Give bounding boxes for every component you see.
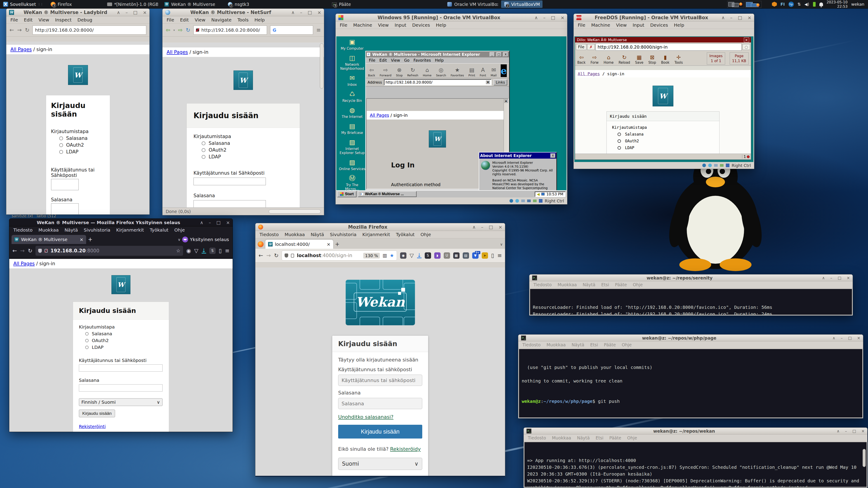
shield-check-icon[interactable]: ▽ xyxy=(194,248,198,254)
firefox-titlebar[interactable]: WeKan ® Multiverse — Mozilla Firefox Yks… xyxy=(9,219,232,226)
maximize-button[interactable]: □ xyxy=(308,10,312,15)
close-button[interactable]: × xyxy=(744,37,749,42)
terminal-output[interactable]: ResourceLoader: Finished load of: "http:… xyxy=(530,289,852,315)
menu-item[interactable]: Pääte xyxy=(607,434,624,441)
maximize-button[interactable]: □ xyxy=(738,15,742,20)
close-button[interactable]: X xyxy=(503,52,508,57)
dillo-toolbar-button[interactable]: ⊠ Stop xyxy=(648,54,656,65)
radio-icon[interactable] xyxy=(618,133,621,136)
menu-item[interactable]: View xyxy=(389,58,402,63)
ie-toolbar-button[interactable]: ✉ Mail xyxy=(491,67,497,77)
shield-check-icon[interactable]: ▽ xyxy=(410,252,414,259)
ladybug-icon[interactable] xyxy=(747,156,749,158)
menu-icon[interactable]: ≡ xyxy=(225,248,229,254)
maximize-button[interactable]: □ xyxy=(838,275,841,280)
shield-icon[interactable] xyxy=(285,254,288,258)
back-icon[interactable]: ← xyxy=(9,27,14,33)
menu-item[interactable]: Edit xyxy=(178,16,191,24)
search-icon[interactable]: ◌ xyxy=(743,44,750,50)
dillo-toolbar-button[interactable]: ⇨ Forw xyxy=(590,54,598,65)
menu-item[interactable]: Sivuhistoria xyxy=(82,226,113,234)
language-select[interactable]: Finnish / Suomi∨ xyxy=(79,398,162,406)
register-link[interactable]: Rekisteröinti xyxy=(79,424,163,429)
taskbar-item-vboxvm[interactable]: VirtualBoxVM2 xyxy=(501,0,542,8)
dillo-toolbar-button[interactable]: ⌂ Home xyxy=(603,54,614,65)
shield-icon[interactable] xyxy=(38,249,42,253)
win95-desktop-icon[interactable]: ▨ Online Services xyxy=(339,158,366,171)
volume-icon[interactable]: ◀) xyxy=(804,2,809,6)
dillo-toolbar-button[interactable]: ✛ Tools xyxy=(675,54,683,65)
dillo-toolbar-button[interactable]: ↻ Reload xyxy=(618,54,630,65)
terminal-scrollbar[interactable] xyxy=(863,449,866,467)
active-tab[interactable]: W localhost:4000/ × xyxy=(266,240,333,249)
maximize-button[interactable]: □ xyxy=(496,52,501,57)
menu-item[interactable]: Työkalut xyxy=(147,226,170,234)
all-pages-link[interactable]: All Pages xyxy=(166,50,188,55)
menu-item[interactable]: Machine xyxy=(589,22,612,29)
taskbar-item-gimp[interactable]: *[Nimetön]-1.0 (RGB-vä... xyxy=(104,0,161,8)
shade-button[interactable]: ∧ xyxy=(837,429,839,433)
netsurf-titlebar[interactable]: WeKan ® Multiverse - NetSurf ∧–□× xyxy=(162,8,324,16)
url-bar[interactable]: localhost:4000/sign-in 130 % ▥ ★ xyxy=(282,251,397,260)
ie-toolbar-button[interactable]: ⌂ Home xyxy=(423,67,432,77)
url-bar[interactable]: http://192.168.0.20:8000/ xyxy=(193,26,267,35)
maximize-button[interactable]: □ xyxy=(848,336,852,340)
taskbar-item-vbox-manager[interactable]: Oracle VM VirtualBox M... xyxy=(444,0,501,8)
menu-item[interactable]: View xyxy=(192,16,208,24)
menu-item[interactable]: View xyxy=(376,22,391,29)
shade-button[interactable]: ∧ xyxy=(535,15,538,20)
bookmark-star-icon[interactable]: ☆ xyxy=(176,248,180,254)
taskbar-item-wekan[interactable]: W WeKan ® Multiverse - L... xyxy=(161,0,218,8)
hp-tray-icon[interactable]: hp xyxy=(788,2,794,7)
extension-icon[interactable]: ◗ xyxy=(434,252,440,259)
workspace-pager[interactable] xyxy=(727,1,762,8)
reload-icon[interactable]: ↻ xyxy=(28,248,32,254)
volume-icon[interactable]: ◀ xyxy=(537,192,539,196)
reload-icon[interactable]: ↻ xyxy=(25,27,29,33)
shade-button[interactable]: ∧ xyxy=(200,220,204,225)
all-pages-link[interactable]: All Pages xyxy=(370,113,389,118)
notification-bell-icon[interactable] xyxy=(819,2,823,6)
network-icon[interactable]: ⇅ xyxy=(798,2,801,6)
menu-item[interactable]: Näytä xyxy=(569,341,587,348)
ie-toolbar-button[interactable]: ↻ Refresh xyxy=(407,67,418,77)
tab-close-icon[interactable]: × xyxy=(80,237,84,242)
applications-menu[interactable]: X Sovellukset ⋮⋮ xyxy=(0,0,46,8)
win95-desktop-icon[interactable]: ▣ My Computer xyxy=(339,38,366,51)
extension-grid-icon[interactable]: ▦ xyxy=(453,252,460,259)
minimize-button[interactable]: – xyxy=(300,10,302,15)
ie-toolbar-button[interactable]: ⇦ Back xyxy=(368,67,375,77)
forward-icon[interactable]: → xyxy=(17,27,22,33)
terminal-output[interactable]: => App running at: http://localhost:4000… xyxy=(524,442,867,487)
shade-button[interactable]: ∧ xyxy=(117,10,120,15)
menu-item[interactable]: Näytä xyxy=(581,281,598,288)
close-button[interactable]: × xyxy=(847,275,850,280)
radio-icon[interactable] xyxy=(59,143,63,147)
menu-item[interactable]: Ohje xyxy=(620,341,634,348)
vertical-scrollbar[interactable] xyxy=(320,43,323,89)
close-button[interactable]: × xyxy=(143,10,147,15)
terminal-output[interactable]: (use "git push" to publish your local co… xyxy=(519,349,862,418)
menu-item[interactable]: File xyxy=(164,16,176,24)
minimize-button[interactable]: – xyxy=(841,336,843,340)
display-icon[interactable] xyxy=(541,193,545,195)
menu-item[interactable]: Muokkaa xyxy=(550,434,574,441)
bookmark-star-icon[interactable]: ★ xyxy=(390,253,394,258)
menu-item[interactable]: Devices xyxy=(648,22,670,29)
maximize-button[interactable]: □ xyxy=(216,220,221,225)
menu-item[interactable]: View xyxy=(36,16,51,24)
tab-close-icon[interactable]: × xyxy=(327,241,331,247)
menu-item[interactable]: Pääte xyxy=(602,341,618,348)
shade-button[interactable]: ∧ xyxy=(721,15,725,20)
maximize-button[interactable]: □ xyxy=(852,429,856,433)
username-input[interactable] xyxy=(51,179,79,190)
menu-item[interactable]: Ohje xyxy=(418,231,433,238)
menu-item[interactable]: Etsi xyxy=(593,434,606,441)
menu-item[interactable]: Ohje xyxy=(631,281,645,288)
password-input[interactable] xyxy=(79,384,162,392)
win95-desktop-icon[interactable]: ◍ The Internet xyxy=(339,106,366,119)
minimize-button[interactable]: – xyxy=(543,15,546,20)
maximize-button[interactable]: □ xyxy=(551,15,555,20)
menu-item[interactable]: Tiedosto xyxy=(520,341,543,348)
menu-item[interactable]: Edit xyxy=(377,58,389,63)
